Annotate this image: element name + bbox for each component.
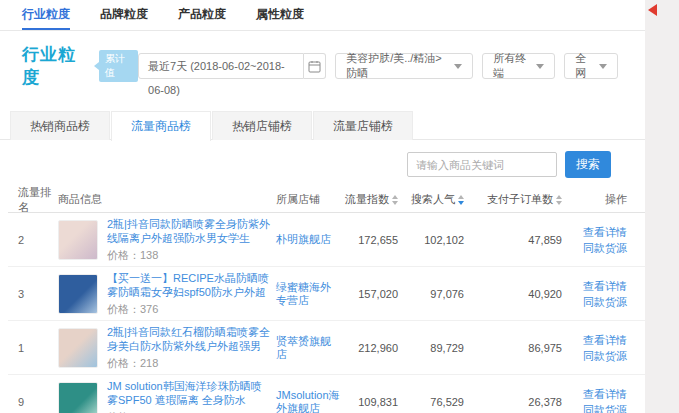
col-header-search-label: 搜索人气 xyxy=(411,192,455,207)
same-source-link[interactable]: 同款货源 xyxy=(562,402,627,413)
search-popularity: 89,729 xyxy=(398,342,464,354)
product-image[interactable] xyxy=(58,220,98,260)
view-detail-link[interactable]: 查看详情 xyxy=(562,224,627,240)
stat-type-badge: 累计值 xyxy=(99,50,138,82)
red-marker-icon xyxy=(648,4,657,16)
table-header-row: 流量排名 商品信息 所属店铺 流量指数 搜索人气 支付子订单数 操作 xyxy=(8,187,645,213)
col-header-product: 商品信息 xyxy=(58,192,276,207)
col-header-traffic[interactable]: 流量指数 xyxy=(340,192,398,207)
ranking-table: 流量排名 商品信息 所属店铺 流量指数 搜索人气 支付子订单数 操作 2 xyxy=(0,187,645,413)
product-image[interactable] xyxy=(58,328,98,368)
shop-link[interactable]: JMsolution海外旗舰店 xyxy=(276,389,340,413)
product-title-link[interactable]: 【买一送一】RECIPE水晶防晒喷雾防晒霜女孕妇spf50防水户外超强 xyxy=(107,271,271,299)
product-price: 价格：199 xyxy=(107,410,271,413)
col-header-search[interactable]: 搜索人气 xyxy=(398,192,464,207)
col-header-traffic-label: 流量指数 xyxy=(345,192,389,207)
rank-value: 9 xyxy=(8,396,58,408)
product-cell: 2瓶|抖音同款防晒喷雾全身防紫外线隔离户外超强防水男女学生 价格：138 xyxy=(58,217,276,263)
date-range-picker[interactable]: 最近7天 (2018-06-02~2018-06-08) xyxy=(138,53,326,79)
date-range-label[interactable]: 最近7天 (2018-06-02~2018-06-08) xyxy=(138,53,304,79)
tab-traffic-products[interactable]: 流量商品榜 xyxy=(111,111,211,141)
shop-link[interactable]: 朴明旗舰店 xyxy=(276,233,340,246)
product-cell: JM solution韩国海洋珍珠防晒喷雾SPF50 遮瑕隔离 全身防水180m… xyxy=(58,379,276,413)
nav-item-brand[interactable]: 品牌粒度 xyxy=(100,0,148,30)
view-detail-link[interactable]: 查看详情 xyxy=(562,386,627,402)
view-detail-link[interactable]: 查看详情 xyxy=(562,332,627,348)
rank-value: 2 xyxy=(8,234,58,246)
col-header-orders[interactable]: 支付子订单数 xyxy=(464,192,562,207)
ranking-tabs: 热销商品榜 流量商品榜 热销店铺榜 流量店铺榜 xyxy=(0,111,645,140)
category-dropdown-value: 美容护肤/美../精油>防晒 xyxy=(346,51,448,81)
product-cell: 2瓶|抖音同款红石榴防晒霜喷雾全身美白防水防紫外线户外超强男女 价格：218 xyxy=(58,325,276,371)
terminal-dropdown[interactable]: 所有终端 xyxy=(482,53,555,79)
product-title-link[interactable]: 2瓶|抖音同款防晒喷雾全身防紫外线隔离户外超强防水男女学生 xyxy=(107,217,271,245)
table-row: 2 2瓶|抖音同款防晒喷雾全身防紫外线隔离户外超强防水男女学生 价格：138 朴… xyxy=(8,213,645,267)
tab-traffic-shops[interactable]: 流量店铺榜 xyxy=(313,111,413,140)
traffic-index: 212,960 xyxy=(340,342,398,354)
scope-dropdown[interactable]: 全网 xyxy=(564,53,618,79)
shop-link[interactable]: 贤萃赟旗舰店 xyxy=(276,335,340,361)
chevron-down-icon xyxy=(536,64,544,73)
traffic-index: 157,020 xyxy=(340,288,398,300)
col-header-ops: 操作 xyxy=(562,192,645,207)
table-row: 9 JM solution韩国海洋珍珠防晒喷雾SPF50 遮瑕隔离 全身防水18… xyxy=(8,375,645,413)
traffic-index: 109,831 xyxy=(340,396,398,408)
product-price: 价格：218 xyxy=(107,356,271,371)
main-content: 行业粒度 品牌粒度 产品粒度 属性粒度 行业粒度 累计值 最近7天 (2018-… xyxy=(0,0,645,413)
paid-suborders: 26,378 xyxy=(464,396,562,408)
search-row: 搜索 xyxy=(0,140,645,187)
same-source-link[interactable]: 同款货源 xyxy=(562,294,627,310)
chevron-down-icon xyxy=(599,64,607,73)
chevron-down-icon xyxy=(454,64,462,73)
col-header-shop: 所属店铺 xyxy=(276,193,340,206)
view-detail-link[interactable]: 查看详情 xyxy=(562,278,627,294)
nav-item-attribute[interactable]: 属性粒度 xyxy=(256,0,304,30)
search-popularity: 97,076 xyxy=(398,288,464,300)
col-header-rank: 流量排名 xyxy=(8,185,58,215)
rank-value: 1 xyxy=(8,342,58,354)
nav-item-product[interactable]: 产品粒度 xyxy=(178,0,226,30)
col-header-orders-label: 支付子订单数 xyxy=(487,192,553,207)
tab-hot-products[interactable]: 热销商品榜 xyxy=(10,111,110,140)
same-source-link[interactable]: 同款货源 xyxy=(562,240,627,256)
search-popularity: 102,102 xyxy=(398,234,464,246)
title-row: 行业粒度 累计值 最近7天 (2018-06-02~2018-06-08) 美容… xyxy=(0,31,645,99)
top-nav: 行业粒度 品牌粒度 产品粒度 属性粒度 xyxy=(0,0,645,31)
same-source-link[interactable]: 同款货源 xyxy=(562,348,627,364)
table-row: 1 2瓶|抖音同款红石榴防晒霜喷雾全身美白防水防紫外线户外超强男女 价格：218… xyxy=(8,321,645,375)
paid-suborders: 40,920 xyxy=(464,288,562,300)
table-row: 3 【买一送一】RECIPE水晶防晒喷雾防晒霜女孕妇spf50防水户外超强 价格… xyxy=(8,267,645,321)
product-image[interactable] xyxy=(58,274,98,314)
search-popularity: 76,529 xyxy=(398,396,464,408)
shop-link[interactable]: 绿蜜糖海外专营店 xyxy=(276,281,340,307)
search-input[interactable] xyxy=(407,152,557,177)
rank-value: 3 xyxy=(8,288,58,300)
paid-suborders: 86,975 xyxy=(464,342,562,354)
product-price: 价格：376 xyxy=(107,302,271,317)
search-button[interactable]: 搜索 xyxy=(565,151,611,178)
product-cell: 【买一送一】RECIPE水晶防晒喷雾防晒霜女孕妇spf50防水户外超强 价格：3… xyxy=(58,271,276,317)
terminal-dropdown-value: 所有终端 xyxy=(493,51,530,81)
product-price: 价格：138 xyxy=(107,248,271,263)
page-title: 行业粒度 xyxy=(22,43,87,89)
nav-item-industry[interactable]: 行业粒度 xyxy=(22,0,70,30)
product-image[interactable] xyxy=(58,382,98,413)
calendar-icon[interactable] xyxy=(304,53,326,79)
paid-suborders: 47,859 xyxy=(464,234,562,246)
filter-group: 最近7天 (2018-06-02~2018-06-08) 美容护肤/美../精油… xyxy=(138,53,618,79)
traffic-index: 172,655 xyxy=(340,234,398,246)
product-title-link[interactable]: 2瓶|抖音同款红石榴防晒霜喷雾全身美白防水防紫外线户外超强男女 xyxy=(107,325,271,353)
page-right-gutter xyxy=(645,0,679,413)
scope-dropdown-value: 全网 xyxy=(575,51,593,81)
category-dropdown[interactable]: 美容护肤/美../精油>防晒 xyxy=(335,53,473,79)
product-title-link[interactable]: JM solution韩国海洋珍珠防晒喷雾SPF50 遮瑕隔离 全身防水180m… xyxy=(107,379,271,407)
tab-hot-shops[interactable]: 热销店铺榜 xyxy=(212,111,312,140)
